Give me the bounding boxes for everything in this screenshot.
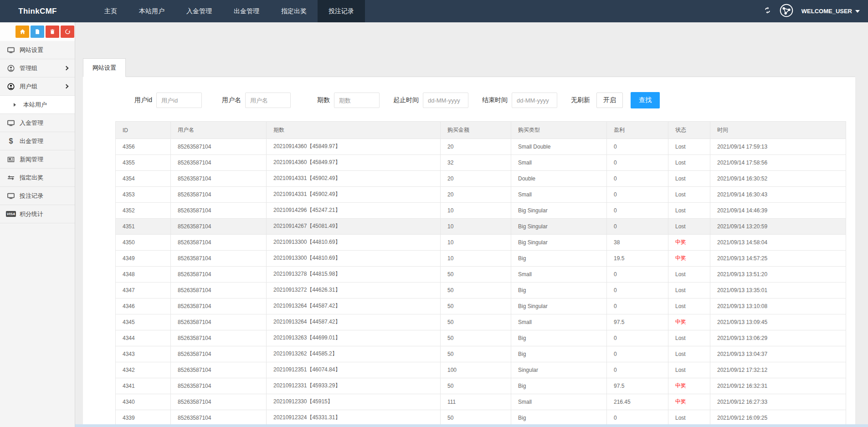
- top-navbar: ThinkCMF 主页本站用户入金管理出金管理指定出奖投注记录: [0, 0, 868, 22]
- status-cell: 中奖: [668, 394, 710, 410]
- sidebar-item[interactable]: 用户组: [0, 77, 75, 96]
- nav-item[interactable]: 出金管理: [223, 0, 270, 22]
- trash-button[interactable]: [46, 26, 59, 38]
- monitor-icon: [6, 46, 15, 54]
- username-label: WELCOME_USER: [801, 8, 852, 15]
- nav-item[interactable]: 入金管理: [175, 0, 223, 22]
- status-cell: Lost: [668, 362, 710, 378]
- status-cell: Lost: [668, 219, 710, 235]
- sidebar-item[interactable]: 管理组: [0, 59, 75, 77]
- navbar-right: WELCOME_USER: [764, 0, 868, 22]
- filter-label: 用户名: [202, 96, 245, 104]
- user-menu[interactable]: WELCOME_USER: [801, 8, 860, 15]
- records-table: ID用户名期数购买金额购买类型盈利状态时间 435685263587104202…: [115, 121, 846, 427]
- table-body: 43568526358710420210914360【45849.97】20Sm…: [116, 139, 846, 427]
- table-row: 43428526358710420210912351【46074.84】100S…: [116, 362, 846, 378]
- main-area: 网站设置 用户id用户名期数起止时间结束时间 无刷新 开启 查找 ID用户名期数…: [76, 22, 868, 427]
- nav-item[interactable]: 主页: [93, 0, 128, 22]
- recycle-button[interactable]: [61, 26, 74, 38]
- status-cell: Lost: [668, 283, 710, 298]
- column-header: 购买类型: [511, 122, 607, 139]
- content-panel: 用户id用户名期数起止时间结束时间 无刷新 开启 查找 ID用户名期数购买金额购…: [83, 77, 855, 427]
- filter-input[interactable]: [245, 93, 291, 108]
- sidebar-item[interactable]: VISA积分统计: [0, 205, 75, 223]
- records-table-wrap: ID用户名期数购买金额购买类型盈利状态时间 435685263587104202…: [115, 121, 846, 427]
- chevron-right-icon: [64, 66, 69, 71]
- user-circle-icon: [6, 83, 15, 90]
- sidebar-item[interactable]: 入金管理: [0, 114, 75, 132]
- refresh-icon: [764, 6, 771, 16]
- status-cell: Lost: [668, 346, 710, 362]
- table-row: 43528526358710420210914296【45247.21】10Bi…: [116, 203, 846, 219]
- home-button[interactable]: [15, 26, 29, 38]
- visa-icon: VISA: [6, 211, 15, 217]
- filter-input[interactable]: [423, 93, 468, 108]
- filter-input[interactable]: [334, 93, 380, 108]
- table-row: 43458526358710420210913264【44587.42】50Sm…: [116, 314, 846, 330]
- sidebar-menu: 网站设置管理组用户组本站用户入金管理$出金管理新闻管理指定出奖投注记录VISA积…: [0, 41, 75, 223]
- no-refresh-toggle-button[interactable]: 开启: [596, 93, 623, 108]
- filter-fields: 用户id用户名期数起止时间结束时间: [113, 93, 557, 108]
- tab-site-settings[interactable]: 网站设置: [83, 58, 126, 77]
- status-cell: Lost: [668, 267, 710, 283]
- table-row: 43548526358710420210914331【45902.49】20Do…: [116, 171, 846, 187]
- table-row: 43468526358710420210913264【44587.42】50Bi…: [116, 298, 846, 314]
- table-row: 43418526358710420210912331【45933.29】50Bi…: [116, 378, 846, 394]
- monitor-icon: [6, 192, 15, 200]
- table-header-row: ID用户名期数购买金额购买类型盈利状态时间: [116, 122, 846, 139]
- status-cell: Lost: [668, 203, 710, 219]
- table-row: 43518526358710420210914267【45081.49】10Bi…: [116, 219, 846, 235]
- chevron-right-icon: [64, 84, 69, 89]
- table-row: 43408526358710420210912330【45915】111Smal…: [116, 394, 846, 410]
- recycle-icon: [65, 29, 71, 35]
- filter-bar: 用户id用户名期数起止时间结束时间 无刷新 开启 查找: [83, 77, 855, 108]
- table-row: 43538526358710420210914331【45902.49】20Sm…: [116, 187, 846, 203]
- chevron-down-icon: [855, 10, 860, 13]
- filter-label: 用户id: [113, 96, 156, 104]
- sidebar-toolbar: [0, 22, 75, 41]
- nav-item[interactable]: 本站用户: [128, 0, 175, 22]
- table-row: 43568526358710420210914360【45849.97】20Sm…: [116, 139, 846, 155]
- sidebar-item[interactable]: 新闻管理: [0, 150, 75, 169]
- file-button[interactable]: [31, 26, 44, 38]
- navbar-menu: 主页本站用户入金管理出金管理指定出奖投注记录: [93, 0, 365, 22]
- trash-icon: [50, 29, 55, 35]
- app-logo[interactable]: ThinkCMF: [0, 0, 75, 22]
- status-cell: Lost: [668, 330, 710, 346]
- nav-item[interactable]: 指定出奖: [270, 0, 318, 22]
- home-icon: [20, 29, 26, 35]
- column-header: ID: [116, 122, 171, 139]
- nav-item[interactable]: 投注记录: [318, 0, 365, 22]
- sidebar-item[interactable]: 网站设置: [0, 41, 75, 59]
- status-cell: 中奖: [668, 235, 710, 251]
- refresh-button[interactable]: [764, 6, 771, 16]
- table-row: 43508526358710420210913300【44810.69】10Bi…: [116, 235, 846, 251]
- exchange-icon: [6, 174, 15, 181]
- table-row: 43498526358710420210913300【44810.69】10Bi…: [116, 251, 846, 267]
- sidebar: 网站设置管理组用户组本站用户入金管理$出金管理新闻管理指定出奖投注记录VISA积…: [0, 22, 75, 427]
- sidebar-item[interactable]: 投注记录: [0, 187, 75, 205]
- column-header: 购买金额: [441, 122, 511, 139]
- column-header: 盈利: [607, 122, 668, 139]
- filter-input[interactable]: [512, 93, 557, 108]
- news-icon: [6, 156, 15, 163]
- search-button[interactable]: 查找: [631, 92, 660, 108]
- status-cell: Lost: [668, 155, 710, 171]
- table-row: 43558526358710420210914360【45849.97】32Sm…: [116, 155, 846, 171]
- avatar-network-icon: [780, 4, 793, 19]
- horizontal-scrollbar[interactable]: [75, 424, 868, 427]
- status-cell: Lost: [668, 187, 710, 203]
- column-header: 状态: [668, 122, 710, 139]
- sidebar-item[interactable]: 本站用户: [0, 96, 75, 114]
- table-row: 43478526358710420210913272【44626.31】50Bi…: [116, 283, 846, 298]
- table-row: 43448526358710420210913263【44699.01】50Bi…: [116, 330, 846, 346]
- filter-input[interactable]: [156, 93, 202, 108]
- sidebar-item[interactable]: 指定出奖: [0, 169, 75, 187]
- status-cell: Lost: [668, 298, 710, 314]
- status-cell: Lost: [668, 171, 710, 187]
- table-row: 43438526358710420210913262【44585.2】50Big…: [116, 346, 846, 362]
- user-avatar[interactable]: [780, 4, 793, 19]
- file-icon: [35, 29, 40, 35]
- sidebar-item[interactable]: $出金管理: [0, 132, 75, 150]
- table-row: 43488526358710420210913278【44815.98】50Sm…: [116, 267, 846, 283]
